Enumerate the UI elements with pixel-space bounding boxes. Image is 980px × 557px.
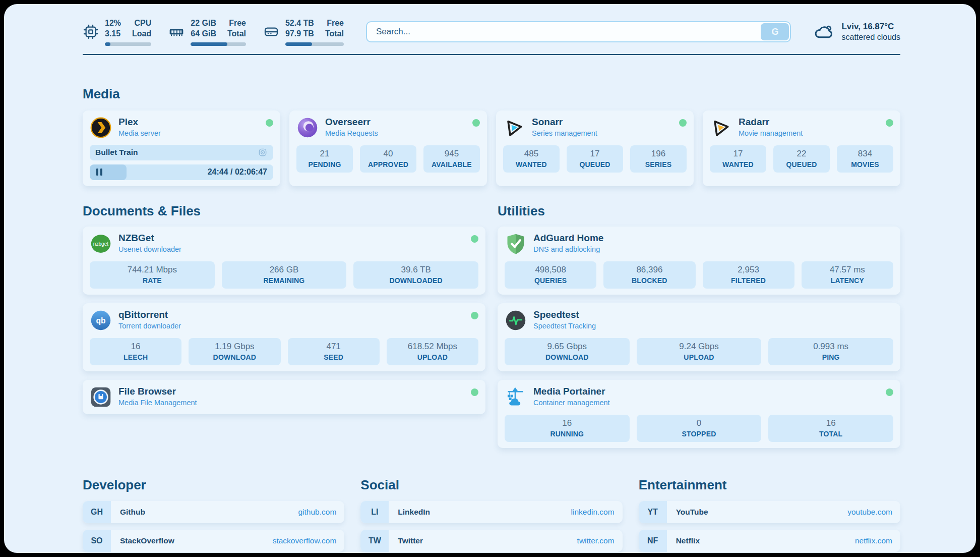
link-url: linkedin.com <box>571 508 615 517</box>
app-subtitle: Usenet downloader <box>118 245 181 253</box>
link-badge: GH <box>83 501 111 523</box>
stat-label: UPLOAD <box>389 353 476 361</box>
stat-value: 618.52 Mbps <box>389 342 476 352</box>
ram-progress-track <box>191 42 246 46</box>
hardware-stats: 12% 3.15 CPU Load <box>83 18 344 46</box>
stat-tile: 21 PENDING <box>296 145 353 173</box>
stat-tile: 1.19 Gbps DOWNLOAD <box>189 338 280 365</box>
stat-label: BLOCKED <box>605 276 693 285</box>
stat-tile: 498,508 QUERIES <box>505 261 596 289</box>
disk-free-value: 52.4 TB <box>285 18 314 29</box>
link-name: Netflix <box>676 536 700 545</box>
card-plex[interactable]: Plex Media server Bullet Train <box>83 110 280 186</box>
adguard-logo-icon <box>505 233 527 255</box>
playback-progress-fill <box>90 164 127 180</box>
section-documents: Documents & Files nzbget <box>83 203 485 414</box>
link-twitter[interactable]: TW Twitter twitter.com <box>360 530 622 552</box>
search-bar: G <box>366 21 791 42</box>
stat-label: SERIES <box>632 160 685 169</box>
card-radarr[interactable]: Radarr Movie management 17 WANTED 22 QUE… <box>703 110 900 186</box>
stat-value: 16 <box>92 342 179 352</box>
stat-value: 196 <box>632 149 685 159</box>
stat-value: 0 <box>639 418 760 428</box>
stat-value: 16 <box>770 418 891 428</box>
stat-value: 22 <box>775 149 828 159</box>
section-social: Social LI LinkedIn linkedin.com TW Twitt… <box>360 477 622 553</box>
ram-free-label: Free <box>227 18 246 29</box>
stat-tile: 40 APPROVED <box>360 145 416 173</box>
stat-tile: 2,953 FILTERED <box>703 261 794 289</box>
card-overseerr[interactable]: Overseerr Media Requests 21 PENDING 40 A… <box>289 110 487 186</box>
disk-total-label: Total <box>325 29 344 39</box>
stat-label: APPROVED <box>362 160 414 169</box>
link-badge: LI <box>360 501 389 523</box>
cpu-usage-value: 12% <box>105 18 121 29</box>
now-playing-title: Bullet Train <box>95 148 138 157</box>
stat-tile: 16 LEECH <box>90 338 181 365</box>
ram-total-label: Total <box>227 29 246 39</box>
link-url: github.com <box>298 508 337 517</box>
search-engine-button[interactable]: G <box>761 23 789 40</box>
stat-value: 485 <box>505 149 558 159</box>
section-title-entertainment: Entertainment <box>639 477 900 492</box>
app-subtitle: DNS and adblocking <box>533 245 603 253</box>
card-speedtest[interactable]: Speedtest Speedtest Tracking 9.65 Gbps D… <box>498 303 900 371</box>
cpu-progress-fill <box>105 42 110 46</box>
stat-label: RATE <box>92 276 213 285</box>
stat-value: 47.57 ms <box>804 265 891 275</box>
stat-value: 834 <box>839 149 891 159</box>
card-qbittorrent[interactable]: qb qBittorrent Torrent downloader <box>83 303 485 371</box>
link-url: twitter.com <box>577 536 615 545</box>
stat-value: 17 <box>569 149 621 159</box>
ram-free-value: 22 GiB <box>191 18 216 29</box>
status-online-dot <box>472 119 480 127</box>
link-name: Twitter <box>398 536 423 545</box>
disk-icon <box>263 24 279 40</box>
link-youtube[interactable]: YT YouTube youtube.com <box>639 501 900 523</box>
now-playing-target-icon[interactable] <box>258 147 268 157</box>
stat-label: PENDING <box>298 160 351 169</box>
section-title-documents: Documents & Files <box>83 203 485 218</box>
stat-tile: 196 SERIES <box>630 145 687 173</box>
playback-progress-bar: 24:44 / 02:06:47 <box>90 164 273 180</box>
stat-value: 86,396 <box>605 265 693 275</box>
stat-value: 0.993 ms <box>770 342 891 352</box>
section-title-developer: Developer <box>83 477 344 492</box>
link-github[interactable]: GH Github github.com <box>83 501 344 523</box>
card-adguard[interactable]: AdGuard Home DNS and adblocking 498,508 … <box>498 227 900 295</box>
weather-widget: Lviv, 16.87°C scattered clouds <box>813 21 900 42</box>
card-filebrowser[interactable]: File Browser Media File Management <box>83 380 485 414</box>
stat-tile: 17 QUEUED <box>567 145 623 173</box>
card-portainer[interactable]: Media Portainer Container management 16 … <box>498 380 900 448</box>
link-badge: YT <box>639 501 667 523</box>
stat-label: DOWNLOADED <box>355 276 476 285</box>
stat-value: 21 <box>298 149 351 159</box>
link-name: Github <box>120 508 145 517</box>
header: 12% 3.15 CPU Load <box>83 18 900 46</box>
stat-tile: 471 SEED <box>288 338 380 365</box>
card-sonarr[interactable]: Sonarr Series management 485 WANTED 17 Q… <box>496 110 694 186</box>
cpu-load-label: Load <box>132 29 151 39</box>
section-entertainment: Entertainment YT YouTube youtube.com NF … <box>639 477 900 553</box>
section-title-media: Media <box>83 86 900 101</box>
link-url: youtube.com <box>847 508 892 517</box>
stat-label: RUNNING <box>507 430 628 438</box>
app-title: qBittorrent <box>118 309 181 321</box>
link-netflix[interactable]: NF Netflix netflix.com <box>639 530 900 552</box>
status-online-dot <box>266 119 273 127</box>
stat-tile: 9.24 Gbps UPLOAD <box>637 338 762 365</box>
link-stackoverflow[interactable]: SO StackOverflow stackoverflow.com <box>83 530 344 552</box>
overseerr-logo-icon <box>296 117 319 139</box>
link-name: YouTube <box>676 508 708 517</box>
search-input[interactable] <box>366 21 791 42</box>
link-name: LinkedIn <box>398 508 430 517</box>
stat-tile: 485 WANTED <box>503 145 560 173</box>
card-nzbget[interactable]: nzbget NZBGet Usenet downloader 74 <box>83 227 485 295</box>
cpu-icon <box>83 24 99 40</box>
stat-value: 39.6 TB <box>355 265 476 275</box>
app-title: Radarr <box>739 117 803 128</box>
link-linkedin[interactable]: LI LinkedIn linkedin.com <box>360 501 622 523</box>
stat-tile: 17 WANTED <box>710 145 766 173</box>
radarr-logo-icon <box>710 117 732 139</box>
section-title-social: Social <box>360 477 622 492</box>
